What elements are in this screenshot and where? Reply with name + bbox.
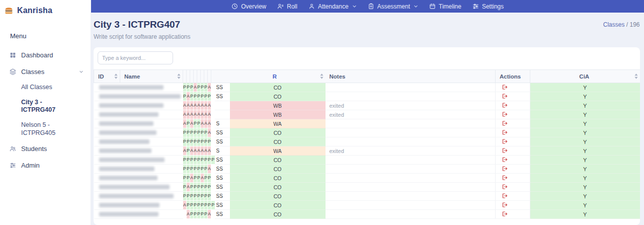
menu-label: Menu [0, 15, 91, 40]
session-mark-cell: P [190, 183, 194, 192]
sidebar-item-admin[interactable]: Admin [0, 157, 91, 174]
session-mark-cell: A [197, 101, 201, 110]
nav-item-timeline[interactable]: Timeline [429, 3, 461, 10]
sidebar-subitem-city-3-ictprg407[interactable]: City 3 - ICTPRG407 [0, 95, 75, 118]
exit-student-button[interactable] [502, 129, 508, 135]
actions-cell [496, 101, 530, 110]
session-mark-cell: A [208, 110, 211, 119]
logout-icon [502, 102, 508, 108]
column-label: R [230, 73, 320, 80]
brand-logo-icon [5, 7, 13, 15]
session-mark-cell: P [204, 92, 208, 101]
session-mark-cell: A [187, 110, 190, 119]
exit-student-button[interactable] [502, 166, 508, 172]
exit-student-button[interactable] [502, 147, 508, 154]
sidebar-item-dashboard[interactable]: Dashboard [0, 47, 91, 63]
redacted-student-text [99, 112, 158, 117]
nav-item-attendance[interactable]: Attendance [308, 3, 357, 10]
student-id-name-cell [94, 192, 183, 201]
session-mark-cell: P [187, 146, 190, 156]
sidebar-nav: DashboardClassesAll ClassesCity 3 - ICTP… [0, 47, 91, 174]
redacted-student-text [99, 167, 154, 171]
student-id-name-cell [94, 201, 183, 210]
session-mark-cell: P [190, 83, 194, 92]
sidebar-item-classes[interactable]: Classes [0, 63, 91, 80]
chevron-down-icon [352, 4, 357, 9]
logout-icon [502, 84, 508, 90]
session-mark-cell: A [187, 210, 190, 219]
actions-cell [496, 146, 530, 156]
exit-student-button[interactable] [502, 84, 508, 90]
exit-student-button[interactable] [502, 193, 508, 199]
redacted-student-text [99, 85, 164, 90]
exit-student-button[interactable] [502, 102, 508, 108]
s-marks-cell [215, 101, 230, 110]
session-mark-cell: P [204, 210, 208, 219]
sidebar-subitem-nelson-5-ictprg405[interactable]: Nelson 5 - ICTPRG405 [0, 118, 75, 140]
brand-name: Kanrisha [17, 6, 52, 15]
notes-cell [326, 128, 496, 137]
column-header-id[interactable]: ID [94, 70, 120, 83]
logout-icon [502, 166, 508, 172]
column-header-r[interactable]: R [230, 70, 326, 83]
exit-student-button[interactable] [502, 120, 508, 126]
redacted-student-text [99, 94, 181, 99]
exit-student-button[interactable] [502, 184, 508, 190]
cia-cell: Y [530, 110, 640, 119]
student-id-name-cell [94, 101, 183, 110]
column-header-name[interactable]: Name [120, 70, 183, 83]
s-marks-cell: SS [215, 156, 230, 165]
nav-item-roll[interactable]: Roll [277, 3, 297, 10]
sort-icon[interactable] [320, 73, 324, 79]
exit-student-button[interactable] [502, 202, 508, 208]
sort-icon[interactable] [114, 73, 118, 79]
session-mark-cell: P [208, 183, 211, 192]
exit-student-button[interactable] [502, 157, 508, 163]
sidebar-subitem-all-classes[interactable]: All Classes [0, 80, 91, 95]
sort-icon[interactable] [177, 73, 181, 79]
session-mark-cell: A [187, 183, 190, 192]
column-header-s [215, 70, 230, 83]
chevron-down-icon [414, 4, 418, 9]
exit-student-button[interactable] [502, 211, 508, 217]
session-mark-cell: A [197, 110, 201, 119]
result-cell: CO [230, 137, 326, 146]
nav-item-settings[interactable]: Settings [472, 3, 504, 10]
session-mark-cell: P [183, 183, 187, 192]
notes-cell [326, 165, 496, 174]
redacted-student-text [99, 103, 164, 108]
actions-cell [496, 201, 530, 210]
breadcrumb-section-link[interactable]: Classes [603, 21, 625, 28]
column-header-session [183, 70, 187, 83]
sidebar-item-students[interactable]: Students [0, 140, 91, 157]
column-header-cia[interactable]: CiA [530, 70, 640, 83]
notes-cell [326, 137, 496, 146]
cia-cell: Y [530, 156, 640, 165]
nav-item-label: Attendance [318, 3, 349, 10]
exit-student-button[interactable] [502, 175, 508, 181]
cia-cell: Y [530, 146, 640, 156]
session-mark-cell: P [197, 165, 201, 174]
nav-item-overview[interactable]: Overview [231, 3, 266, 10]
session-mark-cell [211, 110, 215, 119]
brand[interactable]: Kanrisha [0, 6, 91, 15]
result-cell: CO [230, 201, 326, 210]
redacted-student-text [99, 139, 149, 144]
exit-student-button[interactable] [502, 111, 508, 117]
session-mark-cell: P [194, 156, 197, 165]
exit-student-button[interactable] [502, 93, 508, 99]
sort-icon[interactable] [634, 73, 638, 79]
nav-item-assessment[interactable]: Assessment [368, 3, 418, 10]
redacted-student-text [99, 148, 151, 153]
session-mark-cell: P [201, 137, 204, 146]
actions-cell [496, 92, 530, 101]
notes-cell [326, 174, 496, 183]
session-mark-cell [211, 128, 215, 137]
exit-student-button[interactable] [502, 138, 508, 144]
redacted-student-text [99, 176, 157, 180]
table-row: APPPPPPPPSSCOY [94, 201, 640, 210]
logout-icon [502, 175, 508, 181]
search-input[interactable] [98, 51, 173, 64]
session-mark-cell: P [187, 174, 190, 183]
breadcrumb-separator: / [624, 21, 629, 28]
